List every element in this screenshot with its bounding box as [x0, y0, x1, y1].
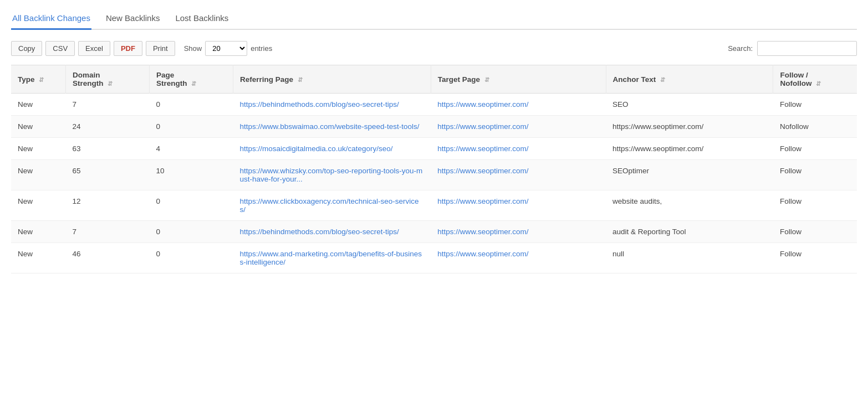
col-header-follow-nofollow[interactable]: Follow /Nofollow ⇵: [773, 65, 857, 94]
cell-follow-nofollow: Follow: [773, 94, 857, 116]
table-row: New120https://www.clickboxagency.com/tec…: [11, 190, 857, 221]
search-input[interactable]: [757, 41, 857, 56]
cell-referring-page-link[interactable]: https://mosaicdigitalmedia.co.uk/categor…: [239, 144, 392, 153]
tab-all-backlink-changes[interactable]: All Backlink Changes: [11, 9, 91, 30]
table-row: New70https://behindmethods.com/blog/seo-…: [11, 94, 857, 116]
cell-target-page-link[interactable]: https://www.seoptimer.com/: [437, 122, 528, 131]
cell-type: New: [11, 94, 66, 116]
cell-target-page-link[interactable]: https://www.seoptimer.com/: [437, 144, 528, 153]
cell-page-strength: 4: [149, 138, 233, 160]
table-header-row: Type ⇵ DomainStrength ⇵ PageStrength ⇵ R…: [11, 65, 857, 94]
search-container: Search:: [728, 41, 857, 56]
table-row: New240https://www.bbswaimao.com/website-…: [11, 116, 857, 138]
col-header-target-page[interactable]: Target Page ⇵: [431, 65, 606, 94]
cell-page-strength: 0: [149, 243, 233, 273]
cell-referring-page-link[interactable]: https://www.bbswaimao.com/website-speed-…: [239, 122, 419, 131]
table-row: New70https://behindmethods.com/blog/seo-…: [11, 221, 857, 243]
backlinks-table: Type ⇵ DomainStrength ⇵ PageStrength ⇵ R…: [11, 65, 857, 273]
table-row: New460https://www.and-marketing.com/tag/…: [11, 243, 857, 273]
cell-target-page[interactable]: https://www.seoptimer.com/: [431, 138, 606, 160]
cell-type: New: [11, 160, 66, 190]
cell-domain-strength: 65: [66, 160, 150, 190]
cell-type: New: [11, 138, 66, 160]
col-header-anchor-text[interactable]: Anchor Text ⇵: [606, 65, 773, 94]
cell-anchor-text: null: [606, 243, 773, 273]
cell-referring-page[interactable]: https://behindmethods.com/blog/seo-secre…: [233, 221, 431, 243]
cell-target-page[interactable]: https://www.seoptimer.com/: [431, 221, 606, 243]
cell-target-page-link[interactable]: https://www.seoptimer.com/: [437, 197, 528, 205]
cell-referring-page-link[interactable]: https://www.and-marketing.com/tag/benefi…: [239, 250, 422, 266]
cell-referring-page-link[interactable]: https://behindmethods.com/blog/seo-secre…: [239, 228, 399, 236]
tabs-container: All Backlink Changes New Backlinks Lost …: [11, 9, 857, 30]
entries-select[interactable]: 10 20 50 100: [205, 41, 247, 56]
cell-follow-nofollow: Follow: [773, 138, 857, 160]
cell-referring-page-link[interactable]: https://behindmethods.com/blog/seo-secre…: [239, 100, 399, 109]
sort-icon-type: ⇵: [39, 76, 44, 84]
cell-target-page-link[interactable]: https://www.seoptimer.com/: [437, 167, 528, 175]
pdf-button[interactable]: PDF: [114, 41, 142, 56]
cell-domain-strength: 63: [66, 138, 150, 160]
cell-page-strength: 0: [149, 221, 233, 243]
cell-follow-nofollow: Follow: [773, 221, 857, 243]
table-row: New634https://mosaicdigitalmedia.co.uk/c…: [11, 138, 857, 160]
cell-domain-strength: 46: [66, 243, 150, 273]
sort-icon-follow: ⇵: [816, 80, 821, 87]
sort-icon-referring: ⇵: [298, 76, 303, 84]
cell-page-strength: 0: [149, 116, 233, 138]
cell-page-strength: 0: [149, 94, 233, 116]
cell-referring-page[interactable]: https://www.whizsky.com/top-seo-reportin…: [233, 160, 431, 190]
cell-follow-nofollow: Nofollow: [773, 116, 857, 138]
col-header-domain-strength[interactable]: DomainStrength ⇵: [66, 65, 150, 94]
cell-target-page-link[interactable]: https://www.seoptimer.com/: [437, 100, 528, 109]
cell-referring-page[interactable]: https://www.and-marketing.com/tag/benefi…: [233, 243, 431, 273]
cell-target-page[interactable]: https://www.seoptimer.com/: [431, 243, 606, 273]
cell-anchor-text: audit & Reporting Tool: [606, 221, 773, 243]
col-header-page-strength[interactable]: PageStrength ⇵: [149, 65, 233, 94]
copy-button[interactable]: Copy: [11, 41, 42, 56]
csv-button[interactable]: CSV: [45, 41, 75, 56]
cell-anchor-text: https://www.seoptimer.com/: [606, 138, 773, 160]
cell-referring-page-link[interactable]: https://www.clickboxagency.com/technical…: [239, 197, 418, 214]
toolbar: Copy CSV Excel PDF Print Show 10 20 50 1…: [11, 41, 857, 56]
col-header-type[interactable]: Type ⇵: [11, 65, 66, 94]
cell-domain-strength: 24: [66, 116, 150, 138]
cell-referring-page[interactable]: https://www.bbswaimao.com/website-speed-…: [233, 116, 431, 138]
tab-new-backlinks[interactable]: New Backlinks: [105, 9, 161, 30]
cell-follow-nofollow: Follow: [773, 160, 857, 190]
cell-referring-page-link[interactable]: https://www.whizsky.com/top-seo-reportin…: [239, 167, 422, 183]
excel-button[interactable]: Excel: [78, 41, 110, 56]
cell-type: New: [11, 190, 66, 221]
cell-page-strength: 10: [149, 160, 233, 190]
cell-type: New: [11, 243, 66, 273]
print-button[interactable]: Print: [146, 41, 175, 56]
cell-follow-nofollow: Follow: [773, 243, 857, 273]
sort-icon-domain: ⇵: [108, 80, 113, 87]
cell-target-page[interactable]: https://www.seoptimer.com/: [431, 190, 606, 221]
cell-target-page-link[interactable]: https://www.seoptimer.com/: [437, 228, 528, 236]
cell-follow-nofollow: Follow: [773, 190, 857, 221]
cell-target-page-link[interactable]: https://www.seoptimer.com/: [437, 250, 528, 258]
col-header-referring-page[interactable]: Referring Page ⇵: [233, 65, 431, 94]
tab-lost-backlinks[interactable]: Lost Backlinks: [174, 9, 229, 30]
cell-referring-page[interactable]: https://behindmethods.com/blog/seo-secre…: [233, 94, 431, 116]
show-label: Show: [184, 44, 202, 53]
cell-type: New: [11, 116, 66, 138]
entries-label: entries: [251, 44, 272, 53]
search-label: Search:: [728, 44, 753, 53]
cell-anchor-text: website audits,: [606, 190, 773, 221]
cell-page-strength: 0: [149, 190, 233, 221]
cell-target-page[interactable]: https://www.seoptimer.com/: [431, 160, 606, 190]
sort-icon-page: ⇵: [191, 80, 196, 87]
sort-icon-target: ⇵: [484, 76, 489, 84]
cell-referring-page[interactable]: https://www.clickboxagency.com/technical…: [233, 190, 431, 221]
cell-domain-strength: 12: [66, 190, 150, 221]
cell-domain-strength: 7: [66, 94, 150, 116]
sort-icon-anchor: ⇵: [660, 76, 665, 84]
cell-type: New: [11, 221, 66, 243]
cell-anchor-text: SEO: [606, 94, 773, 116]
cell-referring-page[interactable]: https://mosaicdigitalmedia.co.uk/categor…: [233, 138, 431, 160]
cell-target-page[interactable]: https://www.seoptimer.com/: [431, 116, 606, 138]
cell-domain-strength: 7: [66, 221, 150, 243]
cell-target-page[interactable]: https://www.seoptimer.com/: [431, 94, 606, 116]
cell-anchor-text: https://www.seoptimer.com/: [606, 116, 773, 138]
